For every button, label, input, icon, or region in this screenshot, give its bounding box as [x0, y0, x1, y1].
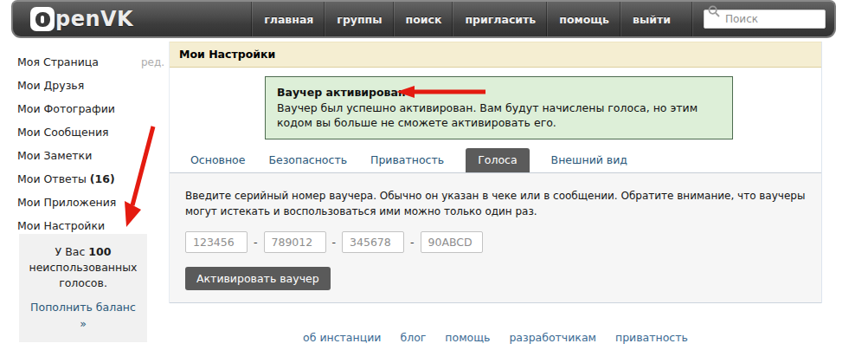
nav-item-invite[interactable]: пригласить	[453, 2, 547, 36]
nav-item-logout[interactable]: выйти	[620, 2, 682, 36]
voucher-field-1[interactable]	[185, 231, 248, 253]
top-navbar: penVK главная группы поиск пригласить по…	[11, 0, 836, 38]
answers-count-badge: (16)	[90, 167, 115, 191]
voucher-field-2[interactable]	[264, 231, 326, 253]
sidebar-item-label: Мои Сообщения	[17, 120, 109, 144]
voucher-instruction: Введите серийный номер ваучера. Обычно о…	[185, 188, 806, 219]
openvk-logo-o-icon	[30, 7, 55, 31]
nav-item-help[interactable]: помощь	[547, 2, 620, 36]
openvk-logo-text: penVK	[55, 7, 133, 31]
settings-tabs: Основное Безопасность Приватность Голоса…	[170, 148, 821, 172]
voucher-separator: -	[332, 236, 337, 249]
sidebar: Моя Страница ред. Мои Друзья Мои Фотогра…	[17, 50, 164, 237]
tab-general[interactable]: Основное	[189, 148, 247, 172]
content-body: Ваучер активирован Ваучер был успешно ак…	[170, 68, 821, 303]
voucher-separator: -	[254, 236, 258, 249]
success-message-title: Ваучер активирован	[277, 85, 721, 100]
voucher-panel: Введите серийный номер ваучера. Обычно о…	[170, 172, 821, 303]
sidebar-item-my-page[interactable]: Моя Страница ред.	[17, 50, 164, 74]
sidebar-item-my-friends[interactable]: Мои Друзья	[17, 74, 164, 97]
sidebar-item-my-photos[interactable]: Мои Фотографии	[17, 97, 164, 120]
tab-privacy[interactable]: Приватность	[369, 148, 446, 172]
tab-votes[interactable]: Голоса	[466, 148, 529, 172]
balance-text: У Вас 100 неиспользованных голосов.	[29, 245, 138, 289]
nav-item-search[interactable]: поиск	[394, 2, 453, 36]
voucher-code-row: - - -	[185, 231, 806, 253]
footer-link-blog[interactable]: блог	[400, 331, 426, 344]
success-message-body: Ваучер был успешно активирован. Вам буду…	[277, 100, 721, 131]
footer-link-help[interactable]: помощь	[445, 331, 490, 344]
footer-link-developers[interactable]: разработчикам	[509, 331, 596, 344]
success-message-box: Ваучер активирован Ваучер был успешно ак…	[265, 76, 733, 139]
sidebar-item-label: Мои Ответы	[17, 167, 87, 191]
activate-voucher-button[interactable]: Активировать ваучер	[185, 267, 331, 290]
footer: об инстанции блог помощь разработчикам п…	[169, 331, 822, 344]
balance-amount: 100	[88, 245, 111, 258]
footer-link-about-instance[interactable]: об инстанции	[303, 331, 381, 344]
search-input[interactable]	[704, 10, 826, 29]
sidebar-item-label: Мои Друзья	[17, 74, 84, 97]
tab-security[interactable]: Безопасность	[267, 148, 349, 172]
main-content: Мои Настройки Ваучер активирован Ваучер …	[169, 42, 822, 303]
sidebar-item-my-apps[interactable]: Мои Приложения	[17, 191, 164, 214]
sidebar-item-my-answers[interactable]: Мои Ответы (16)	[17, 167, 164, 191]
sidebar-item-label: Мои Фотографии	[17, 97, 115, 120]
openvk-logo[interactable]: penVK	[30, 7, 133, 31]
voucher-separator: -	[410, 236, 415, 249]
sidebar-item-my-notes[interactable]: Мои Заметки	[17, 144, 164, 167]
sidebar-edit-link[interactable]: ред.	[141, 51, 164, 75]
sidebar-item-my-messages[interactable]: Мои Сообщения	[17, 120, 164, 144]
nav-item-home[interactable]: главная	[252, 2, 325, 36]
voucher-field-4[interactable]	[421, 231, 483, 253]
navbar-menu: главная группы поиск пригласить помощь в…	[252, 2, 834, 36]
navbar-search	[692, 2, 826, 36]
voucher-field-3[interactable]	[342, 231, 404, 253]
sidebar-item-label: Мои Заметки	[17, 144, 92, 167]
sidebar-item-label: Мои Приложения	[17, 191, 116, 214]
nav-item-groups[interactable]: группы	[325, 2, 393, 36]
sidebar-item-label: Моя Страница	[17, 50, 99, 74]
tab-appearance[interactable]: Внешний вид	[550, 148, 629, 172]
top-up-balance-link[interactable]: Пополнить баланс »	[26, 300, 140, 331]
votes-balance-box: У Вас 100 неиспользованных голосов. Попо…	[19, 234, 147, 342]
page-title: Мои Настройки	[170, 42, 821, 68]
footer-link-privacy[interactable]: приватность	[615, 331, 688, 344]
message-annotation-arrow-icon	[395, 85, 487, 99]
